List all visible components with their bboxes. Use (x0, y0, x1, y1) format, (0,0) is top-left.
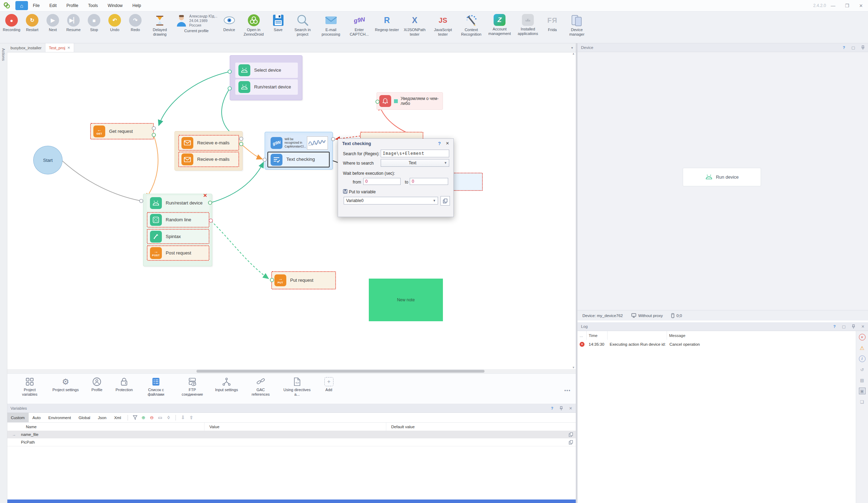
node-delete-icon[interactable]: ✕ (203, 193, 207, 198)
toolbar-item-context-recognition[interactable]: Context Recognition (459, 14, 484, 36)
variables-bottom-scrollbar[interactable] (7, 500, 576, 503)
pin-icon[interactable] (560, 406, 563, 410)
run-device-button[interactable]: Run device (683, 168, 761, 186)
log-col-message[interactable]: Message (667, 331, 854, 340)
to-input[interactable] (410, 178, 448, 185)
toolbar-item-next[interactable]: ▶ Next (44, 14, 62, 32)
notes-icon[interactable]: ❏ (859, 399, 865, 405)
toolbar-item-regexp-tester[interactable]: R Regexp tester (375, 14, 399, 32)
menu-profile[interactable]: Profile (62, 0, 83, 11)
home-button[interactable]: ⌂ (15, 1, 28, 10)
log-col-time[interactable]: Time (587, 331, 608, 340)
vartab-environment[interactable]: Environment (44, 413, 75, 422)
error-filter-icon[interactable]: ✕ (859, 334, 866, 340)
warning-filter-icon[interactable]: ⚠ (859, 345, 865, 351)
maximize-panel-icon[interactable]: ▢ (842, 324, 845, 329)
maximize-button[interactable]: ❐ (840, 0, 854, 11)
toolbar-item-javascript-tester[interactable]: JS JavaScript tester (430, 14, 455, 36)
toolbar-item-device-manager[interactable]: Device manager (564, 14, 589, 36)
bottom-item-profile[interactable]: Profile (88, 377, 106, 392)
node-receive-emails-2[interactable]: Recieve e-mails (178, 152, 239, 167)
bottom-item-add[interactable]: + Add (320, 377, 338, 392)
node-post-request[interactable]: →POST Post request (147, 245, 209, 261)
close-button[interactable]: ✕ (854, 0, 868, 11)
toolbar-item-frida[interactable]: FЯ Frida (544, 14, 561, 32)
columns-icon[interactable]: ▭ (156, 415, 164, 420)
node-notify[interactable]: Уведомляем о чем-либо (376, 92, 443, 110)
vartab-json[interactable]: Json (94, 413, 110, 422)
variable-row-picpath[interactable]: PicPath (7, 438, 576, 446)
scroll-up-icon[interactable]: ▲ (572, 52, 575, 55)
bottom-item-input-settings[interactable]: Input settings (215, 377, 238, 392)
copy-variable-button[interactable] (440, 196, 450, 206)
tab-test-proj[interactable]: Test_proj ✕ (45, 43, 74, 52)
vartab-global[interactable]: Global (75, 413, 94, 422)
menu-window[interactable]: Window (103, 0, 128, 11)
toolbar-item-account-management[interactable]: Z Account management (487, 14, 512, 36)
vartab-xml[interactable]: Xml (110, 413, 125, 422)
pin-icon[interactable] (861, 45, 865, 50)
toolbar-item-xjsonpath-tester[interactable]: X X/JSONPath tester (402, 14, 427, 36)
toolbar-item-installed-applications[interactable]: Installed applications (515, 14, 540, 36)
history-icon[interactable]: ↺ (859, 367, 865, 373)
toolbar-item-email-processing[interactable]: E-mail processing (318, 14, 344, 36)
node-spintax[interactable]: Spintax (147, 229, 209, 244)
menu-file[interactable]: File (28, 0, 44, 11)
node-put-request[interactable]: →PUT Put request (271, 271, 336, 289)
note-new-note[interactable]: New note (369, 279, 443, 321)
pin-icon[interactable] (852, 324, 855, 329)
col-default-value[interactable]: Default value (386, 423, 576, 431)
toolbar-item-open-zennodroid[interactable]: Open in ZennoDroid (241, 14, 266, 36)
node-random-line[interactable]: Random line (147, 212, 209, 228)
scrollbar-thumb[interactable] (196, 370, 485, 373)
menu-help[interactable]: Help (128, 0, 146, 11)
toolbar-item-delayed-drawing[interactable]: Delayed drawing (147, 14, 172, 36)
bottom-item-gac-references[interactable]: GAC references (247, 377, 274, 397)
canvas-horizontal-scrollbar[interactable] (7, 369, 576, 373)
node-start[interactable]: Start (33, 146, 63, 174)
variable-select[interactable]: Variable0 ▼ (344, 197, 438, 204)
variable-row-name-file[interactable]: → name_file (7, 431, 576, 439)
bottom-item-project-variables[interactable]: Project variables (16, 377, 43, 397)
dialog-close-icon[interactable]: ✕ (446, 141, 449, 146)
where-to-search-select[interactable]: Text ▼ (381, 159, 449, 167)
import-icon[interactable]: ⇩ (179, 415, 187, 420)
node-run-restart-device-bottom[interactable]: Run/restart device (147, 195, 209, 211)
copy-icon[interactable] (569, 440, 573, 445)
canvas-vertical-scrollbar[interactable]: ▲▼ (571, 52, 576, 369)
toolbar-item-redo[interactable]: ↷ Redo (127, 14, 144, 32)
text-checking-dialog[interactable]: Text checking ? ✕ Search for (Regex): Wh… (338, 138, 454, 217)
menu-edit[interactable]: Edit (44, 0, 62, 11)
add-variable-icon[interactable]: ⊕ (139, 415, 148, 420)
dialog-help-icon[interactable]: ? (438, 141, 441, 146)
bottom-item-protection[interactable]: Protection (115, 377, 133, 392)
remove-variable-icon[interactable]: ⊖ (148, 415, 156, 420)
proxy-status[interactable]: Without proxy (631, 313, 663, 318)
bottom-item-ftp[interactable]: FTP соединение (179, 377, 206, 397)
from-input[interactable] (363, 178, 401, 185)
col-value[interactable]: Value (205, 423, 386, 431)
toolbar-item-resume[interactable]: ▶▏ Resume (65, 14, 82, 32)
toolbar-item-search-project[interactable]: Search in project (290, 14, 315, 36)
node-capmonster[interactable]: g9N Will be recognized in CapMonsterCl..… (267, 135, 330, 151)
bottom-item-file-list[interactable]: Список с файлами (142, 377, 170, 397)
actions-side-strip[interactable]: Actions (0, 43, 7, 503)
vertical-splitter[interactable] (576, 43, 578, 503)
close-panel-icon[interactable]: ✕ (569, 406, 572, 411)
toolbar-item-save[interactable]: Save (270, 14, 287, 32)
tab-busybox-installer[interactable]: busybox_installer (7, 43, 45, 52)
toolbar-item-current-profile[interactable]: Александр Юд... 24.04.1989 Россия Curren… (175, 14, 217, 33)
vartab-custom[interactable]: Custom (7, 413, 29, 422)
report-icon[interactable]: ▤ (859, 377, 865, 383)
log-row[interactable]: ✕ 14:35:30 Executing action Run device i… (578, 340, 854, 349)
copy-icon[interactable] (569, 432, 573, 437)
filter-icon[interactable] (131, 415, 139, 420)
tab-close-icon[interactable]: ✕ (67, 46, 70, 50)
tab-list-dropdown-icon[interactable]: ▾ (568, 43, 576, 52)
node-select-device[interactable]: Select device (235, 63, 298, 78)
help-icon[interactable]: ? (843, 45, 845, 50)
minimize-button[interactable]: — (826, 0, 840, 11)
toolbar-item-undo[interactable]: ↶ Undo (106, 14, 123, 32)
node-receive-emails-1[interactable]: Recieve e-mails (178, 135, 239, 151)
toolbar-item-recording[interactable]: ● Recording (3, 14, 20, 32)
